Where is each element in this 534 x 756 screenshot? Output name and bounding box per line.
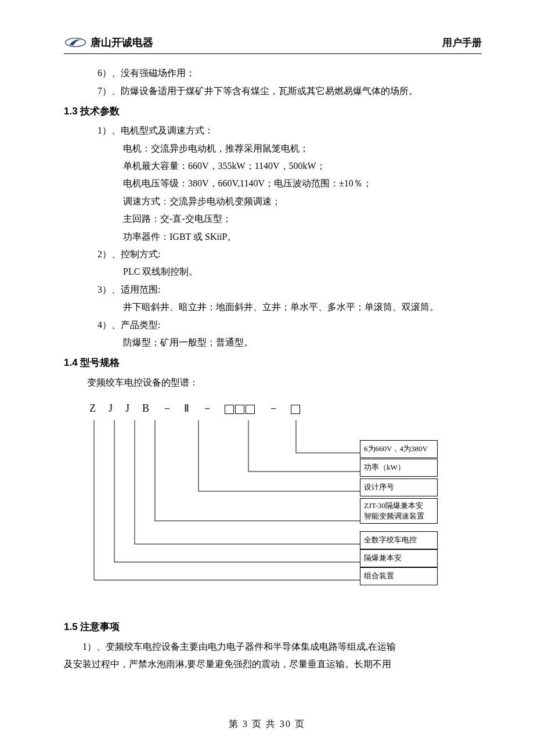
company-logo-icon bbox=[64, 36, 87, 49]
page-footer: 第 3 页 共 30 页 bbox=[0, 715, 534, 733]
section-1-3-title: 1.3 技术参数 bbox=[64, 102, 482, 121]
placeholder-box-icon bbox=[246, 405, 255, 414]
label-zjt-line1: ZJT-30隔爆兼本安 bbox=[364, 501, 423, 510]
placeholder-box-icon bbox=[235, 405, 244, 414]
model-diagram: Z J J B － Ⅱ － － bbox=[87, 398, 453, 589]
s13-l1f: 功率器件：IGBT 或 SKiiP。 bbox=[64, 228, 482, 246]
page: 唐山开诚电器 用户手册 6）、没有强磁场作用； 7）、防爆设备适用于煤矿井下等含… bbox=[0, 0, 534, 756]
s13-l3a: 井下暗斜井、暗立井；地面斜井、立井；单水平、多水平；单滚筒、双滚筒。 bbox=[64, 298, 482, 316]
s13-l1: 1）、电机型式及调速方式： bbox=[64, 122, 482, 139]
dash-icon: － bbox=[202, 398, 211, 418]
label-design: 设计序号 bbox=[360, 478, 438, 496]
s15-p1b: 及安装过程中，严禁水泡雨淋,要尽量避免强烈的震动，尽量垂直运输。长期不用 bbox=[64, 656, 482, 673]
company-name: 唐山开诚电器 bbox=[91, 33, 153, 52]
s13-l1e: 主回路：交-直-交电压型； bbox=[64, 210, 482, 228]
s15-p1a: 1）、变频绞车电控设备主要由电力电子器件和半导体集成电路等组成,在运输 bbox=[64, 638, 482, 656]
s13-l4: 4）、产品类型: bbox=[64, 316, 482, 334]
header-left: 唐山开诚电器 bbox=[64, 33, 153, 52]
page-header: 唐山开诚电器 用户手册 bbox=[64, 33, 482, 54]
label-flameproof: 隔爆兼本安 bbox=[360, 549, 438, 567]
pre-item-7: 7）、防爆设备适用于煤矿井下等含有煤尘，瓦斯或其它易燃易爆气体的场所。 bbox=[64, 82, 482, 100]
s13-l2: 2）、控制方式: bbox=[64, 246, 482, 263]
section-1-5-title: 1.5 注意事项 bbox=[64, 618, 482, 636]
s13-l1c: 电机电压等级：380V，660V,1140V；电压波动范围：±10％； bbox=[64, 175, 482, 192]
placeholder-box-icon bbox=[291, 405, 300, 414]
section-1-4-title: 1.4 型号规格 bbox=[64, 354, 482, 372]
s13-l1a: 电机：交流异步电动机，推荐采用鼠笼电机； bbox=[64, 140, 482, 157]
s13-l2a: PLC 双线制控制。 bbox=[64, 263, 482, 280]
model-c3: J bbox=[125, 398, 129, 418]
model-c5: Ⅱ bbox=[184, 398, 189, 418]
model-boxes-1 bbox=[290, 398, 301, 418]
s14-intro: 变频绞车电控设备的型谱： bbox=[64, 374, 482, 391]
label-digital: 全数字绞车电控 bbox=[360, 531, 438, 549]
s13-l4a: 防爆型；矿用一般型；普通型。 bbox=[64, 334, 482, 351]
s13-l1d: 调速方式：交流异步电动机变频调速； bbox=[64, 193, 482, 210]
label-voltage: 6为660V，4为380V bbox=[360, 440, 438, 458]
placeholder-box-icon bbox=[225, 405, 234, 414]
model-boxes-3 bbox=[224, 398, 255, 418]
label-combo: 组合装置 bbox=[360, 567, 438, 585]
doc-type: 用户手册 bbox=[442, 34, 482, 52]
pre-item-6: 6）、没有强磁场作用； bbox=[64, 64, 482, 82]
label-zjt-line2: 智能变频调速装置 bbox=[364, 512, 424, 520]
model-c4: B bbox=[142, 398, 149, 418]
s13-l1b: 单机最大容量：660V，355kW；1140V，500kW； bbox=[64, 157, 482, 175]
label-zjt: ZJT-30隔爆兼本安 智能变频调速装置 bbox=[360, 498, 438, 524]
dash-icon: － bbox=[268, 398, 277, 418]
model-code-row: Z J J B － Ⅱ － － bbox=[89, 398, 453, 418]
label-power: 功率（kW） bbox=[360, 459, 438, 477]
dash-icon: － bbox=[162, 398, 171, 418]
model-c2: J bbox=[109, 398, 113, 418]
model-c1: Z bbox=[89, 398, 96, 418]
s13-l3: 3）、适用范围: bbox=[64, 281, 482, 298]
